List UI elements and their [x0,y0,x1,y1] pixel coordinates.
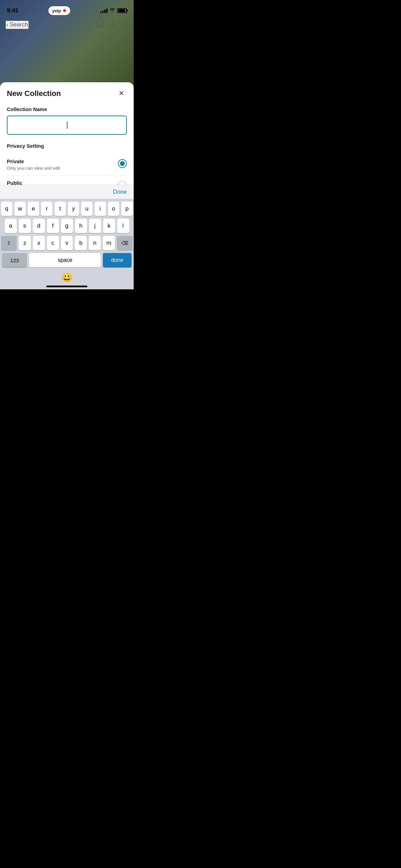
modal-sheet: ✕ New Collection Collection Name Privacy… [0,82,134,289]
key-m[interactable]: m [103,236,115,250]
key-h[interactable]: h [75,219,87,233]
emoji-bar: 😀 [1,269,133,284]
public-text: Public Can be openly featured on Yelp an… [7,180,118,185]
keyboard-bottom-row: 123 space done [1,253,133,267]
keyboard-row-2: a s d f g h j k l [1,219,133,233]
key-f[interactable]: f [47,219,59,233]
keyboard-row-3: ⇧ z x c v b n m ⌫ [1,236,133,250]
key-x[interactable]: x [33,236,45,250]
key-d[interactable]: d [33,219,45,233]
keyboard-done-key[interactable]: done [103,253,132,267]
svg-point-1 [124,25,125,27]
key-a[interactable]: a [5,219,17,233]
yelp-badge-text: yelp [52,8,61,13]
key-r[interactable]: r [41,202,52,216]
status-center: yelp ✳︎ [48,6,70,15]
key-v[interactable]: v [61,236,73,250]
text-cursor [67,121,68,129]
private-radio-inner [120,161,125,166]
signal-bar-4 [106,9,108,13]
battery-icon [117,8,127,13]
key-w[interactable]: w [14,202,26,216]
home-indicator [46,286,87,287]
shift-key[interactable]: ⇧ [1,236,17,250]
navigation-bar: ‹ Search [0,17,134,32]
key-u[interactable]: u [81,202,93,216]
back-button[interactable]: ‹ Search [5,21,29,29]
signal-bar-3 [104,10,106,13]
keyboard: q w e r t y u i o p a s d f g h j k l ⇧ … [0,199,134,289]
key-p[interactable]: p [121,202,133,216]
space-key[interactable]: space [29,253,101,267]
yelp-app-badge: yelp ✳︎ [48,6,70,15]
key-l[interactable]: l [117,219,129,233]
key-q[interactable]: q [1,202,12,216]
private-name: Private [7,158,112,164]
emoji-button[interactable]: 😀 [61,272,72,283]
key-n[interactable]: n [89,236,101,250]
public-option[interactable]: Public Can be openly featured on Yelp an… [7,176,127,185]
back-chevron-icon: ‹ [6,21,8,28]
private-text: Private Only you can view and edit [7,158,118,171]
bookmark-button[interactable] [97,20,104,30]
key-y[interactable]: y [68,202,79,216]
share-button[interactable] [109,20,116,30]
key-t[interactable]: t [54,202,66,216]
collection-name-label: Collection Name [7,106,127,112]
key-z[interactable]: z [19,236,31,250]
battery-fill [118,9,125,12]
signal-bar-2 [102,11,104,13]
more-button[interactable] [121,21,128,29]
private-desc: Only you can view and edit [7,165,112,171]
done-bar: Done [0,185,134,199]
key-g[interactable]: g [61,219,73,233]
key-e[interactable]: e [28,202,39,216]
key-c[interactable]: c [47,236,59,250]
svg-point-2 [127,25,128,27]
privacy-setting-label: Privacy Setting [7,143,127,149]
key-s[interactable]: s [19,219,31,233]
nav-actions [97,20,128,30]
delete-key[interactable]: ⌫ [117,236,133,250]
modal-content: New Collection Collection Name Privacy S… [0,82,134,185]
private-option[interactable]: Private Only you can view and edit [7,154,127,176]
key-o[interactable]: o [108,202,119,216]
signal-bars-icon [100,9,108,13]
numbers-key[interactable]: 123 [2,253,27,267]
close-button[interactable]: ✕ [116,88,127,99]
wifi-icon [110,8,115,13]
signal-bar-1 [100,12,101,13]
key-i[interactable]: i [95,202,106,216]
svg-point-0 [121,25,123,27]
yelp-star-icon: ✳︎ [62,8,66,13]
public-radio[interactable] [118,181,127,185]
back-label: Search [10,21,28,28]
status-icons [100,8,127,13]
done-bar-button[interactable]: Done [113,189,127,195]
private-radio[interactable] [118,159,127,168]
collection-name-input[interactable] [7,116,127,135]
status-time: 9:41 [7,7,19,14]
public-name: Public [7,180,112,185]
key-b[interactable]: b [75,236,87,250]
keyboard-row-1: q w e r t y u i o p [1,202,133,216]
status-bar: 9:41 yelp ✳︎ [0,0,134,17]
key-j[interactable]: j [89,219,101,233]
modal-title: New Collection [7,89,127,98]
key-k[interactable]: k [103,219,115,233]
